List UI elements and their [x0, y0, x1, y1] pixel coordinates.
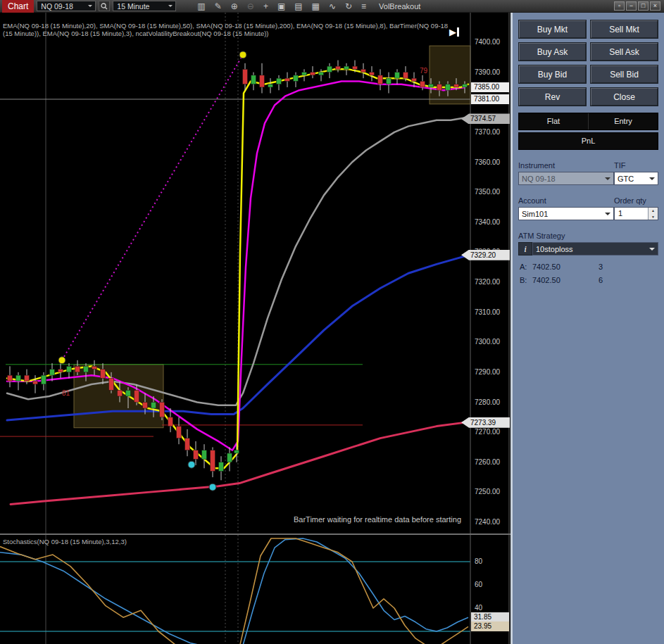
rev-button[interactable]: Rev: [518, 87, 587, 106]
price-axis-label: 7300.00: [475, 338, 500, 346]
instrument-label: Instrument: [518, 161, 614, 170]
search-icon: [101, 3, 108, 10]
quantity-stepper[interactable]: 1 ▲ ▼: [614, 207, 658, 220]
price-tag: 7381.00: [471, 94, 509, 104]
tif-label: TIF: [614, 161, 626, 170]
zoom-out-icon[interactable]: ⊖: [247, 1, 254, 12]
stoch-axis-label: 80: [475, 557, 482, 566]
price-axis-label: 7400.00: [475, 38, 500, 46]
strategy-name-label: VolBreakout: [379, 2, 420, 11]
account-value: Sim101: [522, 210, 548, 218]
pin-button[interactable]: ▫: [614, 1, 625, 11]
instrument-selector[interactable]: NQ 09-18: [37, 1, 96, 11]
reload-icon[interactable]: ↻: [345, 1, 352, 12]
window-controls: ▫−□×: [614, 1, 660, 11]
chart-annotation: 79: [420, 67, 427, 75]
order-qty-label: Order qty: [614, 196, 646, 205]
atm-row-qty: 3: [599, 263, 603, 271]
go-to-end-icon[interactable]: ▶: [449, 27, 459, 37]
sell-bid-button[interactable]: Sell Bid: [590, 65, 658, 84]
pnl-display[interactable]: PnL: [518, 132, 658, 150]
flat-tab[interactable]: Flat: [519, 113, 589, 130]
account-label: Account: [518, 196, 614, 205]
strategies-icon[interactable]: ∿: [329, 1, 336, 12]
end-bar-glyph: [457, 27, 459, 37]
order-buttons-grid: Buy MktSell MktBuy AskSell AskBuy BidSel…: [518, 20, 658, 106]
price-axis-label: 7360.00: [475, 158, 500, 167]
price-chart-canvas[interactable]: [0, 13, 510, 533]
buy-bid-button[interactable]: Buy Bid: [518, 65, 587, 84]
toolbar-icon-strip: ▥✎⊕⊖+▣▤▦∿↻≡: [197, 1, 366, 12]
indicators-icon[interactable]: ▦: [312, 1, 320, 12]
atm-strategy-value: 10stoploss: [536, 245, 573, 253]
price-axis-label: 7310.00: [475, 308, 500, 317]
close-button[interactable]: ×: [650, 1, 660, 11]
interval-selector[interactable]: 15 Minute: [113, 1, 176, 11]
chart-annotation: 81: [62, 389, 70, 397]
play-glyph: ▶: [449, 27, 456, 37]
price-axis-label: 7350.00: [475, 188, 500, 196]
price-axis-label: 7260.00: [475, 458, 500, 467]
atm-strategy-select[interactable]: 10stoploss: [532, 242, 658, 255]
atm-target-rows: A:7402.503B:7402.506: [518, 263, 658, 284]
buy-mkt-button[interactable]: Buy Mkt: [518, 20, 587, 39]
atm-row-key: A:: [520, 263, 532, 271]
sell-ask-button[interactable]: Sell Ask: [590, 42, 658, 61]
stepper-down-icon[interactable]: ▼: [649, 214, 658, 220]
atm-info-button[interactable]: i: [518, 242, 532, 255]
position-tabs: Flat Entry: [518, 113, 658, 130]
indicators-label: EMA(NQ 09-18 (15 Minute),20), SMA(NQ 09-…: [3, 22, 459, 37]
data-series-icon[interactable]: ▤: [294, 1, 302, 12]
price-tag: 7273.39: [461, 417, 510, 428]
atm-row: A:7402.503: [518, 263, 658, 271]
stoch-axis-label: 60: [475, 581, 482, 589]
instrument-value: NQ 09-18: [522, 175, 556, 183]
stochastics-canvas[interactable]: [0, 535, 510, 644]
price-tag: 7385.00: [471, 82, 509, 92]
minimize-button[interactable]: −: [626, 1, 637, 11]
price-axis-label: 7250.00: [475, 488, 500, 496]
price-axis-label: 7390.00: [475, 68, 500, 77]
close-button[interactable]: Close: [590, 87, 658, 106]
price-tag: 7374.57: [461, 113, 510, 124]
atm-strategy-label: ATM Strategy: [518, 232, 614, 240]
atm-row-qty: 6: [599, 276, 603, 284]
price-axis-label: 7270.00: [475, 428, 500, 436]
maximize-button[interactable]: □: [638, 1, 649, 11]
zoom-in-icon[interactable]: ⊕: [231, 1, 238, 12]
snapshot-icon[interactable]: ▣: [277, 1, 285, 12]
price-axis-label: 7340.00: [475, 218, 500, 227]
atm-row-price: 7402.50: [532, 263, 599, 271]
tif-value: GTC: [618, 175, 634, 183]
instrument-lookup-button[interactable]: [99, 1, 110, 11]
price-axis-label: 7290.00: [475, 368, 500, 377]
price-axis-label: 7280.00: [475, 398, 500, 407]
instrument-select[interactable]: NQ 09-18: [518, 172, 614, 185]
toolbar: Chart NQ 09-18 15 Minute ▥✎⊕⊖+▣▤▦∿↻≡ Vol…: [0, 0, 664, 13]
tif-select[interactable]: GTC: [614, 172, 658, 185]
price-tag: 7329.20: [461, 250, 510, 260]
bar-type-icon[interactable]: ▥: [197, 1, 205, 12]
crosshair-icon[interactable]: +: [263, 1, 268, 12]
price-axis-label: 7240.00: [475, 518, 500, 526]
stochastics-label: Stochastics(NQ 09-18 (15 Minute),3,12,3): [3, 538, 127, 545]
quantity-value: 1: [615, 208, 648, 220]
stoch-value-tag: 31.85: [471, 612, 509, 622]
entry-tab[interactable]: Entry: [589, 113, 658, 130]
stochastics-panel: Stochastics(NQ 09-18 (15 Minute),3,12,3)…: [0, 533, 510, 644]
properties-icon[interactable]: ≡: [361, 1, 366, 12]
sell-mkt-button[interactable]: Sell Mkt: [590, 20, 658, 39]
price-axis-label: 7370.00: [475, 128, 500, 137]
bartimer-status-message: BarTimer waiting for realtime data befor…: [294, 515, 461, 524]
account-select[interactable]: Sim101: [518, 207, 614, 220]
stepper-up-icon[interactable]: ▲: [649, 208, 658, 214]
chart-window-label: Chart: [2, 0, 34, 13]
stoch-value-tag: 23.95: [471, 621, 509, 631]
stoch-axis-label: 40: [475, 604, 482, 612]
atm-row: B:7402.506: [518, 276, 658, 284]
stepper-arrows: ▲ ▼: [648, 208, 658, 220]
atm-row-key: B:: [520, 276, 532, 284]
buy-ask-button[interactable]: Buy Ask: [518, 42, 587, 61]
atm-row-price: 7402.50: [532, 276, 599, 284]
draw-icon[interactable]: ✎: [215, 1, 222, 12]
